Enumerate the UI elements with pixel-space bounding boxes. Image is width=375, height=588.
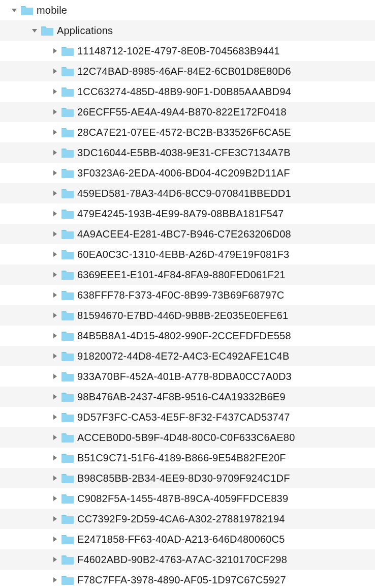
folder-icon: [20, 5, 34, 16]
disclosure-triangle-collapsed-icon[interactable]: [51, 169, 59, 177]
folder-icon: [61, 188, 74, 199]
disclosure-triangle-collapsed-icon[interactable]: [51, 189, 59, 197]
tree-row[interactable]: CC7392F9-2D59-4CA6-A302-278819782194: [0, 509, 375, 529]
tree-row[interactable]: F78C7FFA-3978-4890-AF05-1D97C67C5927: [0, 570, 375, 588]
disclosure-triangle-collapsed-icon[interactable]: [51, 67, 59, 75]
tree-row[interactable]: 9D57F3FC-CA53-4E5F-8F32-F437CAD53747: [0, 407, 375, 427]
tree-row[interactable]: 3F0323A6-2EDA-4006-BD04-4C209B2D11AF: [0, 163, 375, 183]
disclosure-triangle-collapsed-icon[interactable]: [51, 576, 59, 584]
folder-label: 91820072-44D8-4E72-A4C3-EC492AFE1C4B: [77, 350, 289, 362]
folder-label: CC7392F9-2D59-4CA6-A302-278819782194: [77, 513, 285, 525]
disclosure-triangle-collapsed-icon[interactable]: [51, 311, 59, 319]
folder-icon: [61, 269, 74, 280]
disclosure-triangle-collapsed-icon[interactable]: [51, 250, 59, 258]
disclosure-triangle-collapsed-icon[interactable]: [51, 474, 59, 482]
tree-row[interactable]: ACCEB0D0-5B9F-4D48-80C0-C0F633C6AE80: [0, 427, 375, 448]
folder-icon: [61, 228, 74, 240]
folder-icon: [61, 452, 74, 463]
tree-row[interactable]: 933A70BF-452A-401B-A778-8DBA0CC7A0D3: [0, 366, 375, 387]
disclosure-triangle-collapsed-icon[interactable]: [51, 535, 59, 543]
folder-label: 60EA0C3C-1310-4EBB-A26D-479E19F081F3: [77, 249, 289, 260]
folder-icon: [61, 66, 74, 77]
folder-label: F78C7FFA-3978-4890-AF05-1D97C67C5927: [77, 574, 286, 586]
folder-label: 11148712-102E-4797-8E0B-7045683B9441: [77, 45, 280, 57]
tree-row[interactable]: F4602ABD-90B2-4763-A7AC-3210170CF298: [0, 549, 375, 570]
folder-label: E2471858-FF63-40AD-A213-646D480060C5: [77, 534, 285, 545]
folder-icon: [61, 289, 74, 301]
tree-row[interactable]: 3DC16044-E5BB-4038-9E31-CFE3C7134A7B: [0, 142, 375, 163]
tree-row[interactable]: B98C85BB-2B34-4EE9-8D30-9709F924C1DF: [0, 468, 375, 488]
folder-label: 1CC63274-485D-48B9-90F1-D0B85AAABD94: [77, 86, 291, 98]
folder-icon: [61, 167, 74, 179]
disclosure-triangle-collapsed-icon[interactable]: [51, 393, 59, 401]
disclosure-triangle-collapsed-icon[interactable]: [51, 433, 59, 442]
tree-row[interactable]: C9082F5A-1455-487B-89CA-4059FFDCE839: [0, 488, 375, 509]
disclosure-triangle-collapsed-icon[interactable]: [51, 413, 59, 421]
folder-label: F4602ABD-90B2-4763-A7AC-3210170CF298: [77, 554, 287, 566]
tree-row[interactable]: 638FFF78-F373-4F0C-8B99-73B69F68797C: [0, 285, 375, 305]
folder-icon: [61, 86, 74, 97]
disclosure-triangle-collapsed-icon[interactable]: [51, 555, 59, 564]
tree-row[interactable]: 6369EEE1-E101-4F84-8FA9-880FED061F21: [0, 264, 375, 285]
tree-row[interactable]: 12C74BAD-8985-46AF-84E2-6CB01D8E80D6: [0, 61, 375, 81]
folder-icon: [61, 513, 74, 524]
disclosure-triangle-collapsed-icon[interactable]: [51, 454, 59, 462]
folder-icon: [61, 330, 74, 341]
folder-label: 933A70BF-452A-401B-A778-8DBA0CC7A0D3: [77, 371, 292, 383]
folder-icon: [61, 432, 74, 443]
disclosure-triangle-collapsed-icon[interactable]: [51, 352, 59, 360]
folder-label: B98C85BB-2B34-4EE9-8D30-9709F924C1DF: [77, 473, 290, 484]
folder-icon: [61, 310, 74, 321]
folder-label: 638FFF78-F373-4F0C-8B99-73B69F68797C: [77, 289, 284, 301]
tree-row[interactable]: E2471858-FF63-40AD-A213-646D480060C5: [0, 529, 375, 549]
disclosure-triangle-collapsed-icon[interactable]: [51, 128, 59, 136]
tree-row[interactable]: 84B5B8A1-4D15-4802-990F-2CCEFDFDE558: [0, 326, 375, 346]
folder-label: 28CA7E21-07EE-4572-BC2B-B33526F6CA5E: [77, 127, 291, 138]
tree-row[interactable]: 459ED581-78A3-44D6-8CC9-070841BBEDD1: [0, 183, 375, 203]
disclosure-triangle-collapsed-icon[interactable]: [51, 494, 59, 503]
tree-row[interactable]: 28CA7E21-07EE-4572-BC2B-B33526F6CA5E: [0, 122, 375, 142]
folder-label: Applications: [57, 25, 113, 37]
tree-row[interactable]: 479E4245-193B-4E99-8A79-08BBA181F547: [0, 203, 375, 224]
disclosure-triangle-collapsed-icon[interactable]: [51, 291, 59, 299]
disclosure-triangle-collapsed-icon[interactable]: [51, 271, 59, 279]
disclosure-triangle-collapsed-icon[interactable]: [51, 149, 59, 157]
folder-icon: [61, 249, 74, 260]
tree-row[interactable]: Applications: [0, 20, 375, 41]
folder-label: 479E4245-193B-4E99-8A79-08BBA181F547: [77, 208, 284, 220]
folder-icon: [61, 574, 74, 585]
disclosure-triangle-collapsed-icon[interactable]: [51, 108, 59, 116]
folder-label: 4A9ACEE4-E281-4BC7-B946-C7E263206D08: [77, 228, 291, 240]
folder-tree: mobile Applications 11148712-102E-4797-8…: [0, 0, 375, 588]
folder-label: 98B476AB-2437-4F8B-9516-C4A19332B6E9: [77, 391, 286, 403]
folder-label: 26ECFF55-AE4A-49A4-B870-822E172F0418: [77, 106, 287, 118]
tree-row[interactable]: mobile: [0, 0, 375, 20]
folder-icon: [61, 534, 74, 545]
folder-icon: [61, 350, 74, 362]
tree-row[interactable]: 81594670-E7BD-446D-9B8B-2E035E0EFE61: [0, 305, 375, 326]
folder-icon: [61, 391, 74, 402]
disclosure-triangle-collapsed-icon[interactable]: [51, 372, 59, 380]
disclosure-triangle-collapsed-icon[interactable]: [51, 332, 59, 340]
disclosure-triangle-collapsed-icon[interactable]: [51, 230, 59, 238]
tree-row[interactable]: 4A9ACEE4-E281-4BC7-B946-C7E263206D08: [0, 224, 375, 244]
disclosure-triangle-expanded-icon[interactable]: [30, 26, 39, 35]
folder-icon: [61, 208, 74, 219]
tree-row[interactable]: 11148712-102E-4797-8E0B-7045683B9441: [0, 41, 375, 61]
folder-label: 12C74BAD-8985-46AF-84E2-6CB01D8E80D6: [77, 66, 291, 77]
disclosure-triangle-expanded-icon[interactable]: [10, 6, 18, 14]
tree-row[interactable]: 60EA0C3C-1310-4EBB-A26D-479E19F081F3: [0, 244, 375, 264]
tree-row[interactable]: 98B476AB-2437-4F8B-9516-C4A19332B6E9: [0, 387, 375, 407]
folder-icon: [61, 45, 74, 56]
folder-label: 9D57F3FC-CA53-4E5F-8F32-F437CAD53747: [77, 411, 290, 423]
folder-label: 6369EEE1-E101-4F84-8FA9-880FED061F21: [77, 269, 286, 281]
tree-row[interactable]: 1CC63274-485D-48B9-90F1-D0B85AAABD94: [0, 81, 375, 102]
folder-icon: [41, 25, 54, 36]
tree-row[interactable]: 26ECFF55-AE4A-49A4-B870-822E172F0418: [0, 102, 375, 122]
disclosure-triangle-collapsed-icon[interactable]: [51, 87, 59, 96]
tree-row[interactable]: B51C9C71-51F6-4189-B866-9E54B82FE20F: [0, 448, 375, 468]
disclosure-triangle-collapsed-icon[interactable]: [51, 47, 59, 55]
disclosure-triangle-collapsed-icon[interactable]: [51, 210, 59, 218]
tree-row[interactable]: 91820072-44D8-4E72-A4C3-EC492AFE1C4B: [0, 346, 375, 366]
disclosure-triangle-collapsed-icon[interactable]: [51, 515, 59, 523]
